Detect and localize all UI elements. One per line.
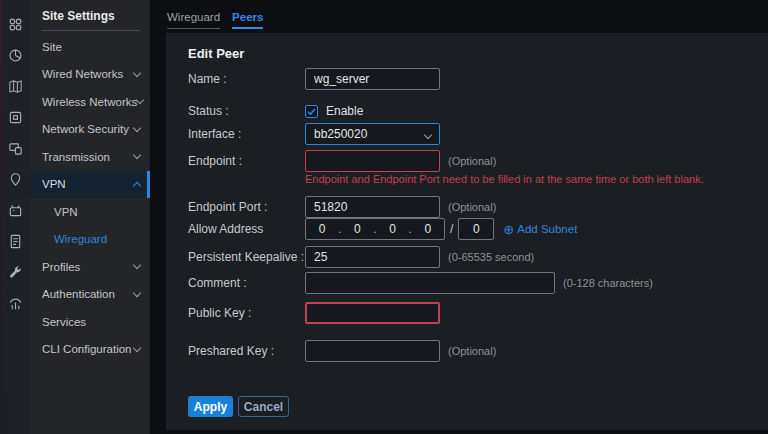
tab-wireguard[interactable]: Wireguard xyxy=(167,11,220,29)
tab-bar: Wireguard Peers xyxy=(150,0,768,29)
log-icon[interactable] xyxy=(0,226,30,257)
ip-octet-4[interactable]: 0 xyxy=(425,222,432,236)
endpoint-input[interactable] xyxy=(305,150,440,172)
report-icon[interactable] xyxy=(0,288,30,319)
interface-label: Interface : xyxy=(188,127,305,141)
sidebar-item-cli-configuration[interactable]: CLI Configuration xyxy=(30,336,150,364)
persistent-keepalive-row: Persistent Keepalive : (0-65535 second) xyxy=(188,246,758,268)
chevron-down-icon xyxy=(136,96,144,104)
enable-checkbox-label: Enable xyxy=(326,104,363,118)
insight-icon[interactable] xyxy=(0,195,30,226)
ip-octet-3[interactable]: 0 xyxy=(389,222,396,236)
clients-icon[interactable] xyxy=(0,133,30,164)
sidebar-item-label: Authentication xyxy=(42,288,115,300)
public-key-label: Public Key : xyxy=(188,306,305,320)
add-subnet-button[interactable]: ⊕ Add Subnet xyxy=(503,223,577,236)
sidebar-item-label: Site xyxy=(42,41,62,53)
preshared-key-label: Preshared Key : xyxy=(188,344,305,358)
endpoint-row: Endpoint : (Optional) xyxy=(188,150,758,172)
apply-button[interactable]: Apply xyxy=(188,396,233,417)
status-label: Status : xyxy=(188,104,305,118)
chevron-down-icon xyxy=(133,151,141,159)
interface-select-value: bb250020 xyxy=(314,127,367,141)
sidebar-title: Site Settings xyxy=(30,0,150,30)
tab-peers[interactable]: Peers xyxy=(232,11,263,29)
sidebar-item-network-security[interactable]: Network Security xyxy=(30,116,150,144)
public-key-row: Public Key : xyxy=(188,302,758,324)
preshared-key-hint: (Optional) xyxy=(448,345,496,357)
add-subnet-icon: ⊕ xyxy=(503,223,514,236)
main-content: Wireguard Peers Edit Peer Name : Status … xyxy=(150,0,768,434)
status-row: Status : Enable xyxy=(188,100,758,122)
name-row: Name : xyxy=(188,68,758,90)
add-subnet-label: Add Subnet xyxy=(517,223,577,235)
ip-octet-1[interactable]: 0 xyxy=(319,222,326,236)
endpoint-hint: (Optional) xyxy=(448,155,496,167)
interface-select[interactable]: bb250020 xyxy=(305,123,440,145)
ip-dot: . xyxy=(409,222,412,236)
comment-label: Comment : xyxy=(188,276,305,290)
endpoint-port-row: Endpoint Port : (Optional) xyxy=(188,196,758,218)
chevron-up-icon xyxy=(133,182,141,190)
location-icon[interactable] xyxy=(0,164,30,195)
public-key-input[interactable] xyxy=(305,302,440,324)
sidebar-item-authentication[interactable]: Authentication xyxy=(30,281,150,309)
sidebar-item-wireless-networks[interactable]: Wireless Networks xyxy=(30,88,150,116)
sidebar-item-label: Services xyxy=(42,316,86,328)
form-actions: Apply Cancel xyxy=(188,396,289,417)
sidebar-item-label: CLI Configuration xyxy=(42,343,132,355)
sidebar-item-services[interactable]: Services xyxy=(30,308,150,336)
comment-input[interactable] xyxy=(305,272,555,294)
map-icon[interactable] xyxy=(0,71,30,102)
sidebar-item-vpn-sub[interactable]: VPN xyxy=(30,198,150,226)
persistent-keepalive-input[interactable] xyxy=(305,246,440,268)
endpoint-port-input[interactable] xyxy=(305,196,440,218)
dashboard-icon[interactable] xyxy=(0,9,30,40)
endpoint-port-hint: (Optional) xyxy=(448,201,496,213)
sidebar-item-vpn[interactable]: VPN xyxy=(30,171,150,199)
allow-address-label: Allow Address xyxy=(188,222,305,236)
prefix-length-value: 0 xyxy=(473,222,480,236)
ip-dot: . xyxy=(338,222,341,236)
ip-dot: . xyxy=(373,222,376,236)
endpoint-port-label: Endpoint Port : xyxy=(188,200,305,214)
sidebar-item-label: Wireless Networks xyxy=(42,96,137,108)
toolkit-icon[interactable] xyxy=(0,257,30,288)
sidebar-item-wired-networks[interactable]: Wired Networks xyxy=(30,61,150,89)
name-input[interactable] xyxy=(305,68,440,90)
sidebar-item-profiles[interactable]: Profiles xyxy=(30,253,150,281)
endpoint-error-message: Endpoint and Endpoint Port need to be fi… xyxy=(305,173,704,185)
comment-row: Comment : (0-128 characters) xyxy=(188,272,758,294)
preshared-key-input[interactable] xyxy=(305,340,440,362)
prefix-length-input[interactable]: 0 xyxy=(458,218,494,240)
sidebar-item-label: VPN xyxy=(54,206,78,218)
chevron-down-icon xyxy=(133,289,141,297)
sidebar-item-wireguard[interactable]: Wireguard xyxy=(30,226,150,254)
ip-octet-2[interactable]: 0 xyxy=(354,222,361,236)
sidebar-item-site[interactable]: Site xyxy=(30,33,150,61)
sidebar-item-label: Network Security xyxy=(42,123,129,135)
sidebar-divider xyxy=(42,30,140,31)
sidebar-item-label: Wireguard xyxy=(54,233,107,245)
sidebar-item-label: Transmission xyxy=(42,151,110,163)
allow-address-row: Allow Address 0 . 0 . 0 . 0 / 0 xyxy=(188,218,758,240)
cancel-button[interactable]: Cancel xyxy=(238,396,289,417)
devices-icon[interactable] xyxy=(0,102,30,133)
sidebar-item-label: Wired Networks xyxy=(42,68,123,80)
sidebar-item-transmission[interactable]: Transmission xyxy=(30,143,150,171)
sidebar-item-label: Profiles xyxy=(42,261,80,273)
enable-checkbox[interactable] xyxy=(305,105,318,118)
ip-prefix-separator: / xyxy=(450,222,453,236)
icon-rail xyxy=(0,0,30,434)
omada-site-settings-page: Site Settings Site Wired Networks Wirele… xyxy=(0,0,768,434)
chevron-down-icon xyxy=(424,131,432,139)
persistent-keepalive-label: Persistent Keepalive : xyxy=(188,250,305,264)
sidebar-item-label: VPN xyxy=(42,178,66,190)
edit-peer-panel: Edit Peer Name : Status : Enable xyxy=(166,33,768,430)
allow-address-ip-input[interactable]: 0 . 0 . 0 . 0 xyxy=(305,218,445,240)
page-title: Edit Peer xyxy=(188,46,244,61)
chevron-down-icon xyxy=(133,124,141,132)
statistics-icon[interactable] xyxy=(0,40,30,71)
preshared-key-row: Preshared Key : (Optional) xyxy=(188,340,758,362)
name-label: Name : xyxy=(188,72,305,86)
